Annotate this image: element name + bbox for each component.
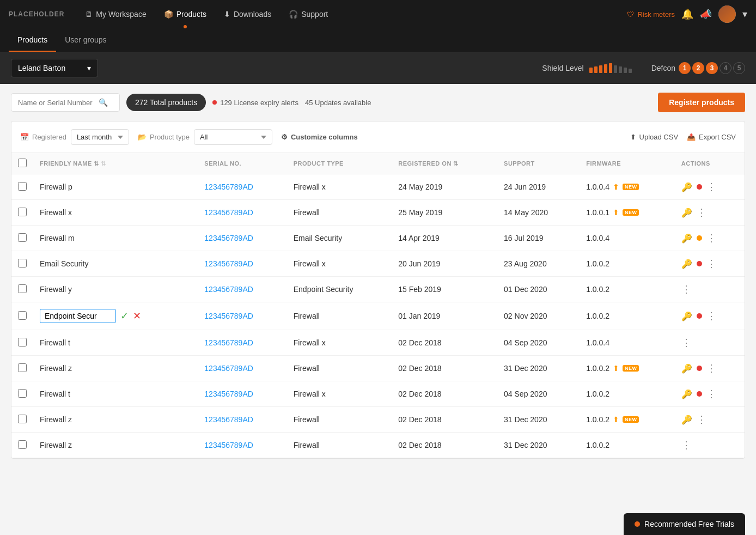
more-actions-icon[interactable]: ⋮ xyxy=(681,283,692,295)
serial-link[interactable]: 123456789AD xyxy=(204,441,253,449)
serial-link[interactable]: 123456789AD xyxy=(204,364,253,373)
row-checkbox-1[interactable] xyxy=(18,182,27,191)
serial-link[interactable]: 123456789AD xyxy=(204,415,253,424)
firmware-upload-icon[interactable]: ⬆ xyxy=(613,183,619,191)
row-checkbox-4[interactable] xyxy=(18,259,27,268)
key-icon[interactable]: 🔑 xyxy=(681,233,692,244)
export-csv-btn[interactable]: 📤 Export CSV xyxy=(687,133,736,141)
more-actions-icon[interactable]: ⋮ xyxy=(706,362,717,374)
cancel-edit-btn[interactable]: ✕ xyxy=(133,310,141,322)
nav-item-workspace[interactable]: 🖥 My Workspace xyxy=(77,5,154,23)
col-actions: ACTIONS xyxy=(675,153,745,174)
row-serial-no[interactable]: 123456789AD xyxy=(198,200,286,226)
row-checkbox-11[interactable] xyxy=(18,440,27,449)
firmware-version: 1.0.0.4 xyxy=(586,183,609,191)
key-icon[interactable]: 🔑 xyxy=(681,415,692,425)
more-actions-icon[interactable]: ⋮ xyxy=(681,439,692,451)
bell-icon[interactable]: 🔔 xyxy=(681,8,693,20)
row-actions: ⋮ xyxy=(675,277,745,302)
nav-items: 🖥 My Workspace 📦 Products ⬇ Downloads 🎧 … xyxy=(77,5,623,23)
user-avatar[interactable] xyxy=(718,5,736,23)
key-icon[interactable]: 🔑 xyxy=(681,259,692,269)
defcon-5: 5 xyxy=(733,62,745,74)
row-support: 04 Sep 2020 xyxy=(497,330,580,356)
more-actions-icon[interactable]: ⋮ xyxy=(706,388,717,400)
row-checkbox-6[interactable] xyxy=(18,311,27,320)
serial-link[interactable]: 123456789AD xyxy=(204,234,253,242)
col-friendly-name[interactable]: FRIENDLY NAME ⇅ xyxy=(33,153,198,174)
firmware-new-badge: NEW xyxy=(623,184,639,190)
row-serial-no[interactable]: 123456789AD xyxy=(198,226,286,251)
customize-columns-btn[interactable]: ⚙ Customize columns xyxy=(281,133,358,141)
more-actions-icon[interactable]: ⋮ xyxy=(706,181,717,193)
row-serial-no[interactable]: 123456789AD xyxy=(198,174,286,200)
upload-csv-btn[interactable]: ⬆ Upload CSV xyxy=(630,133,679,141)
row-support: 31 Dec 2020 xyxy=(497,356,580,381)
firmware-upload-icon[interactable]: ⬆ xyxy=(613,364,619,373)
account-selector[interactable]: Leland Barton ▾ xyxy=(11,59,98,77)
col-support: SUPPORT xyxy=(497,153,580,174)
serial-link[interactable]: 123456789AD xyxy=(204,338,253,347)
serial-link[interactable]: 123456789AD xyxy=(204,312,253,320)
risk-meters-btn[interactable]: 🛡 Risk meters xyxy=(627,10,675,19)
sub-nav-products[interactable]: Products xyxy=(9,29,56,52)
row-serial-no[interactable]: 123456789AD xyxy=(198,381,286,407)
serial-link[interactable]: 123456789AD xyxy=(204,285,253,294)
row-serial-no[interactable]: 123456789AD xyxy=(198,302,286,330)
table-row: Firewall z123456789ADFirewall02 Dec 2018… xyxy=(11,433,745,458)
export-csv-label: Export CSV xyxy=(699,133,736,141)
search-input[interactable] xyxy=(18,99,94,107)
nav-item-support[interactable]: 🎧 Support xyxy=(281,5,336,23)
row-checkbox-8[interactable] xyxy=(18,363,27,372)
row-serial-no[interactable]: 123456789AD xyxy=(198,356,286,381)
more-actions-icon[interactable]: ⋮ xyxy=(706,310,717,322)
serial-link[interactable]: 123456789AD xyxy=(204,390,253,398)
firmware-version: 1.0.0.2 xyxy=(586,415,609,424)
friendly-name-edit-input[interactable] xyxy=(40,309,116,323)
key-icon[interactable]: 🔑 xyxy=(681,363,692,374)
nav-item-products[interactable]: 📦 Products xyxy=(156,5,214,23)
register-products-button[interactable]: Register products xyxy=(658,93,745,112)
product-type-select[interactable]: All Firewall Firewall x Email Security E… xyxy=(194,129,272,145)
nav-downloads-label: Downloads xyxy=(234,10,271,19)
sub-nav-user-groups[interactable]: User groups xyxy=(56,29,115,52)
more-actions-icon[interactable]: ⋮ xyxy=(681,337,692,349)
row-product-type: Firewall xyxy=(287,433,392,458)
key-icon[interactable]: 🔑 xyxy=(681,208,692,218)
confirm-edit-btn[interactable]: ✓ xyxy=(120,310,129,322)
firmware-version: 1.0.0.2 xyxy=(586,312,609,320)
row-serial-no[interactable]: 123456789AD xyxy=(198,277,286,302)
row-checkbox-9[interactable] xyxy=(18,389,27,398)
row-serial-no[interactable]: 123456789AD xyxy=(198,251,286,277)
row-serial-no[interactable]: 123456789AD xyxy=(198,330,286,356)
firmware-upload-icon[interactable]: ⬆ xyxy=(613,415,619,424)
free-trials-banner[interactable]: Recommended Free Trials xyxy=(624,513,745,535)
firmware-upload-icon[interactable]: ⬆ xyxy=(613,208,619,217)
calendar-icon: 📅 xyxy=(20,133,29,141)
select-all-checkbox[interactable] xyxy=(18,159,27,167)
serial-link[interactable]: 123456789AD xyxy=(204,208,253,217)
chevron-down-icon[interactable]: ▾ xyxy=(742,8,747,20)
announcement-icon[interactable]: 📣 xyxy=(700,8,712,20)
registered-select[interactable]: Last month Last week Last year All time xyxy=(71,129,129,145)
more-actions-icon[interactable]: ⋮ xyxy=(697,414,707,425)
row-checkbox-3[interactable] xyxy=(18,233,27,242)
table-row: Firewall t123456789ADFirewall x02 Dec 20… xyxy=(11,330,745,356)
row-checkbox-5[interactable] xyxy=(18,284,27,293)
row-serial-no[interactable]: 123456789AD xyxy=(198,407,286,433)
row-serial-no[interactable]: 123456789AD xyxy=(198,433,286,458)
row-checkbox-2[interactable] xyxy=(18,208,27,216)
key-icon[interactable]: 🔑 xyxy=(681,182,692,192)
more-actions-icon[interactable]: ⋮ xyxy=(697,206,707,218)
col-registered-on[interactable]: REGISTERED ON ⇅ xyxy=(392,153,497,174)
row-checkbox-7[interactable] xyxy=(18,338,27,346)
key-icon[interactable]: 🔑 xyxy=(681,311,692,321)
more-actions-icon[interactable]: ⋮ xyxy=(706,232,717,244)
serial-link[interactable]: 123456789AD xyxy=(204,183,253,191)
row-checkbox-10[interactable] xyxy=(18,415,27,423)
key-icon[interactable]: 🔑 xyxy=(681,389,692,399)
nav-item-downloads[interactable]: ⬇ Downloads xyxy=(216,5,279,23)
row-firmware: 1.0.0.4⬆NEW xyxy=(580,174,675,200)
serial-link[interactable]: 123456789AD xyxy=(204,259,253,268)
more-actions-icon[interactable]: ⋮ xyxy=(706,258,717,270)
